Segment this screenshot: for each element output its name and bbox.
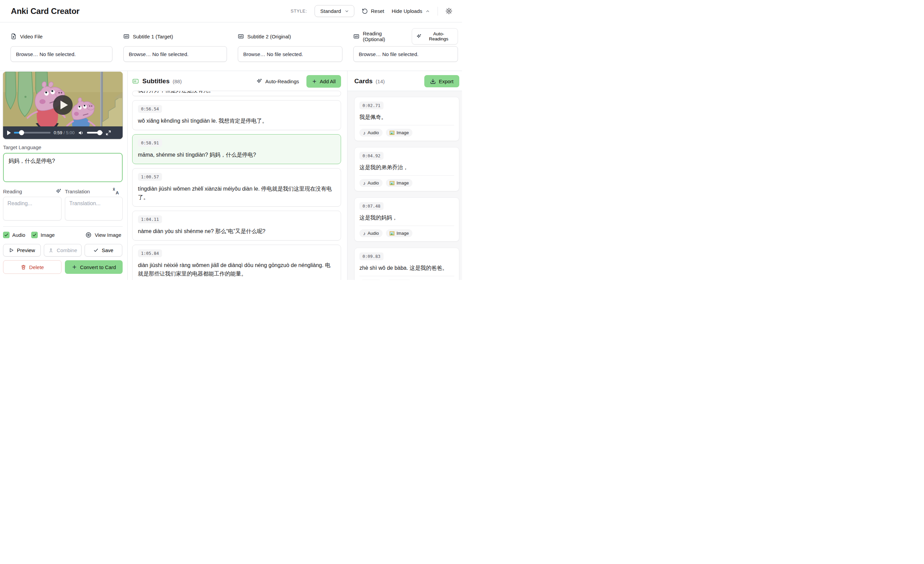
convert-to-card-button[interactable]: Convert to Card — [65, 260, 123, 274]
card-text: zhè shì wǒ de bàba. 这是我的爸爸。 — [359, 264, 454, 272]
music-note-icon: ♪ — [363, 130, 366, 135]
upload-label: Subtitle 1 (Target) — [133, 34, 173, 39]
card-item[interactable]: 0:02.71 我是佩奇。 ♪Audio Image — [354, 97, 459, 141]
cards-list[interactable]: 0:02.71 我是佩奇。 ♪Audio Image 0:04.92 这是我的弟… — [348, 91, 462, 280]
style-dropdown[interactable]: Standard — [315, 5, 354, 17]
sparkles-icon[interactable] — [56, 188, 62, 194]
hide-uploads-label: Hide Uploads — [392, 8, 422, 14]
preview-button[interactable]: Preview — [3, 244, 41, 256]
music-note-icon: ♪ — [363, 231, 366, 236]
image-checkbox[interactable]: Image — [31, 232, 55, 238]
file-input-subtitle2[interactable]: Browse… No file selected. — [238, 46, 342, 62]
check-icon — [93, 248, 99, 253]
current-time: 0:59 — [54, 130, 62, 135]
timestamp-badge: 0:58.91 — [138, 139, 162, 147]
fullscreen-icon[interactable] — [106, 130, 111, 136]
captions-icon — [238, 33, 244, 39]
translation-label: Translation — [65, 189, 90, 194]
reading-translation-labels: Reading Translation ẋA — [3, 188, 123, 195]
card-item[interactable]: 0:09.83 zhè shì wǒ de bàba. 这是我的爸爸。 ♪Aud… — [354, 248, 459, 280]
speaker-icon[interactable] — [78, 130, 84, 136]
subtitle-row[interactable]: 0:56.54 wǒ xiǎng kěndìng shì tíngdiàn le… — [132, 100, 341, 130]
card-item[interactable]: 0:04.92 这是我的弟弟乔治， ♪Audio Image — [354, 147, 459, 191]
top-bar: Anki Card Creator STYLE: Standard Reset … — [0, 0, 462, 22]
header-divider — [438, 7, 438, 16]
subtitle-row[interactable]: 1:00.57 tíngdiàn jiùshì wǒmen zhèlǐ xiàn… — [132, 168, 341, 207]
captions-icon — [353, 33, 359, 39]
play-button[interactable] — [7, 130, 11, 135]
file-input-value: Browse… No file selected. — [359, 51, 418, 57]
seek-bar[interactable] — [14, 132, 51, 134]
file-input-video[interactable]: Browse… No file selected. — [10, 46, 112, 62]
captions-icon-green — [132, 78, 139, 85]
save-button[interactable]: Save — [85, 244, 122, 256]
sparkles-icon — [416, 34, 422, 39]
audio-badge: ♪Audio — [359, 280, 382, 280]
translation-input[interactable] — [65, 197, 123, 220]
image-checkbox-label: Image — [40, 232, 55, 238]
translate-icon[interactable]: ẋA — [112, 188, 119, 195]
download-icon — [430, 78, 436, 84]
time-display: 0:59 / 5:00 — [54, 130, 75, 135]
volume-slider[interactable] — [87, 132, 103, 134]
upload-field-subtitle2: Subtitle 2 (Original) Browse… No file se… — [238, 30, 342, 62]
subtitle-text: māma, shénme shì tíngdiàn? 妈妈，什么是停电? — [138, 150, 335, 159]
combine-button[interactable]: Combine — [44, 244, 81, 256]
divider — [359, 276, 454, 276]
file-input-subtitle1[interactable]: Browse… No file selected. — [123, 46, 227, 62]
editor-panel: 0:59 / 5:00 Target Language 妈妈，什么是停电? R — [3, 71, 123, 280]
upload-field-video: Video File Browse… No file selected. — [10, 30, 112, 62]
reading-input[interactable] — [3, 197, 62, 220]
subtitles-count: (88) — [172, 78, 182, 84]
subtitles-list[interactable]: 我打开灯，但是灯还是没有亮。 0:56.54 wǒ xiǎng kěndìng … — [132, 91, 341, 280]
add-all-button[interactable]: Add All — [306, 75, 341, 88]
audio-checkbox[interactable]: Audio — [3, 232, 25, 238]
framed-picture-icon — [390, 231, 394, 236]
subtitle-row[interactable]: 1:05.84 diàn jiùshì nèixiē ràng wǒmen ji… — [132, 244, 341, 280]
export-label: Export — [439, 78, 453, 84]
checkbox-checked-icon — [3, 232, 9, 238]
trash-icon — [21, 264, 26, 270]
play-outline-icon — [9, 248, 14, 253]
auto-readings-button[interactable]: Auto-Readings — [256, 78, 299, 84]
delete-label: Delete — [29, 264, 44, 270]
file-input-value: Browse… No file selected. — [129, 51, 189, 57]
eye-icon — [85, 232, 92, 238]
target-language-label: Target Language — [3, 144, 123, 150]
gear-icon[interactable] — [446, 8, 453, 15]
video-play-overlay — [53, 95, 73, 115]
subtitle-row-partial[interactable]: 我打开灯，但是灯还是没有亮。 — [132, 91, 341, 96]
auto-readings-label: Auto-Readings — [265, 78, 299, 84]
divider — [359, 226, 454, 226]
reset-button[interactable]: Reset — [362, 8, 384, 14]
audio-badge: ♪Audio — [359, 129, 382, 136]
audio-badge: ♪Audio — [359, 230, 382, 237]
subtitle-row[interactable]: 1:04.11 nàme diàn yòu shì shénme ne? 那么“… — [132, 211, 341, 240]
main-content: 0:59 / 5:00 Target Language 妈妈，什么是停电? R — [0, 71, 462, 280]
video-player[interactable]: 0:59 / 5:00 — [3, 72, 123, 139]
timestamp-badge: 0:07.48 — [359, 202, 384, 210]
preview-label: Preview — [17, 248, 35, 253]
subtitle-text: nàme diàn yòu shì shénme ne? 那么“电”又是什么呢? — [138, 227, 335, 236]
anki-card-creator-app: Anki Card Creator STYLE: Standard Reset … — [0, 0, 462, 282]
card-text: 这是我的弟弟乔治， — [359, 164, 454, 172]
subtitles-title: Subtitles — [142, 78, 170, 85]
file-input-value: Browse… No file selected. — [243, 51, 303, 57]
timestamp-badge: 0:09.83 — [359, 252, 384, 260]
image-badge: Image — [386, 179, 412, 187]
card-item[interactable]: 0:07.48 这是我的妈妈， ♪Audio Image — [354, 197, 459, 242]
subtitle-text: tíngdiàn jiùshì wǒmen zhèlǐ xiànzài méiy… — [138, 184, 335, 201]
file-input-reading[interactable]: Browse… No file selected. — [353, 46, 458, 62]
card-text: 我是佩奇。 — [359, 113, 454, 121]
view-image-button[interactable]: View Image — [85, 232, 121, 238]
hide-uploads-button[interactable]: Hide Uploads — [392, 8, 430, 14]
vertical-divider — [128, 71, 128, 280]
target-language-input[interactable]: 妈妈，什么是停电? — [3, 153, 123, 182]
delete-button[interactable]: Delete — [3, 260, 62, 274]
auto-readings-button-top[interactable]: Auto-Readings — [412, 28, 458, 45]
duration: 5:00 — [66, 130, 74, 135]
subtitle-row-selected[interactable]: 0:58.91 māma, shénme shì tíngdiàn? 妈妈，什么… — [132, 134, 341, 164]
export-button[interactable]: Export — [424, 75, 459, 87]
style-dropdown-value: Standard — [320, 8, 341, 14]
merge-icon — [48, 248, 54, 253]
